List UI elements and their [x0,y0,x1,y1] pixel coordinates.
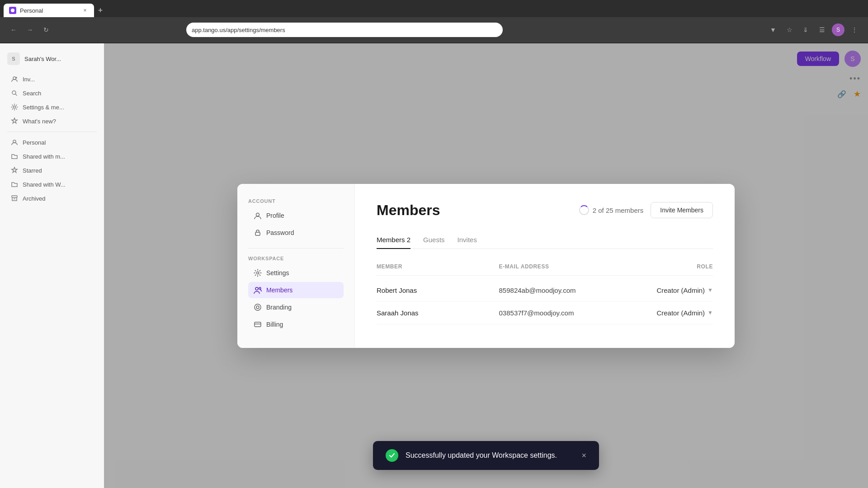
table-header: MEMBER E-MAIL ADDRESS ROLE [377,263,713,276]
member-name-1: Robert Jonas [377,286,499,294]
modal-nav-password[interactable]: Password [248,225,344,241]
member-role-2[interactable]: Creator (Admin) ▼ [621,309,713,317]
settings-label: Settings & me... [23,104,64,111]
modal-nav-settings[interactable]: Settings [248,265,344,281]
password-nav-label: Password [266,229,294,236]
workspace-name: Sarah's Wor... [24,56,61,62]
member-role-1[interactable]: Creator (Admin) ▼ [621,286,713,294]
shared-label: Shared with m... [23,153,65,160]
reload-btn[interactable]: ↻ [40,23,52,36]
tab-guests[interactable]: Guests [423,231,445,249]
folder-shared-icon [11,153,18,160]
invite-label: Inv... [23,76,35,83]
branding-nav-icon [254,303,262,311]
whats-new-icon [11,117,18,125]
address-bar[interactable]: app.tango.us/app/settings/members [186,23,503,37]
tab-bar: Personal × + [0,0,868,17]
svg-point-6 [256,213,259,216]
members-nav-label: Members [266,286,292,294]
download-icon[interactable]: ⇓ [799,23,812,36]
sidebar-whats-new-btn[interactable]: What's new? [4,114,100,128]
more-options-icon[interactable]: ⋮ [848,23,861,36]
role-chevron-icon-2: ▼ [708,310,713,316]
svg-point-12 [256,306,259,309]
account-section-label: ACCOUNT [248,198,344,204]
bookmark-icon[interactable]: ☆ [783,23,796,36]
sidebar-shared-btn[interactable]: Shared with m... [4,150,100,163]
browser-chrome: Personal × + ← → ↻ app.tango.us/app/sett… [0,0,868,43]
invite-icon [11,75,18,83]
members-table: MEMBER E-MAIL ADDRESS ROLE Robert Jonas … [377,263,713,324]
svg-point-10 [259,287,261,289]
settings-icon [11,103,18,111]
modal-nav-profile[interactable]: Profile [248,207,344,224]
sidebar-search-btn[interactable]: Search [4,86,100,100]
app-background: S Sarah's Wor... Inv... Search Settings … [0,43,868,488]
toast-notification: Successfully updated your Workspace sett… [373,441,599,470]
svg-point-4 [13,140,16,143]
svg-point-2 [12,91,16,94]
sidebar-settings-btn[interactable]: Settings & me... [4,100,100,114]
header-email: E-MAIL ADDRESS [499,263,622,270]
archived-icon [11,195,18,202]
shared-w-label: Shared with W... [23,181,66,188]
profile-nav-icon [254,211,262,220]
svg-point-1 [13,77,16,80]
tab-invites[interactable]: Invites [458,231,477,249]
member-email-1: 859824ab@moodjoy.com [499,286,622,294]
modal-nav-members[interactable]: Members [248,282,344,298]
settings-nav-icon [254,269,262,277]
invite-members-btn[interactable]: Invite Members [651,202,713,218]
extensions-icon[interactable]: ▼ [767,23,779,36]
workspace-section-label: WORKSPACE [248,256,344,261]
new-tab-btn[interactable]: + [94,4,107,17]
workspace-header[interactable]: S Sarah's Wor... [0,49,104,69]
active-tab[interactable]: Personal × [4,4,94,17]
branding-nav-label: Branding [266,304,292,311]
sidebar-shared-w-btn[interactable]: Shared with W... [4,178,100,191]
modal-nav-billing[interactable]: Billing [248,316,344,333]
header-role: ROLE [621,263,713,270]
modal-nav-branding[interactable]: Branding [248,299,344,315]
billing-nav-icon [254,320,262,328]
back-btn[interactable]: ← [7,23,20,36]
member-name-2: Saraah Jonas [377,309,499,317]
svg-rect-13 [255,322,261,327]
tab-title: Personal [20,7,78,14]
search-icon [11,89,18,97]
svg-rect-7 [255,232,260,235]
sidebar: S Sarah's Wor... Inv... Search Settings … [0,43,104,488]
loading-spinner [579,205,589,215]
search-label: Search [23,90,41,97]
member-email-2: 038537f7@moodjoy.com [499,309,622,317]
sidebar-archived-btn[interactable]: Archived [4,192,100,205]
main-content: Workflow S ••• 🔗 ★ ACCOUNT Profile [104,43,868,488]
profile-nav-label: Profile [266,212,284,219]
settings-modal: ACCOUNT Profile Password WORKSPACE Setti… [237,184,735,348]
forward-btn[interactable]: → [24,23,36,36]
sidebar-personal-btn[interactable]: Personal [4,136,100,149]
browser-avatar[interactable]: S [832,23,844,36]
address-text: app.tango.us/app/settings/members [192,27,285,33]
starred-label: Starred [23,167,42,174]
starred-icon [11,167,18,174]
svg-point-11 [255,304,261,310]
svg-point-0 [11,9,14,12]
profile-icon[interactable]: ☰ [816,23,828,36]
sidebar-invite-btn[interactable]: Inv... [4,72,100,86]
modal-tabs: Members 2 Guests Invites [377,231,713,249]
shared-w-icon [11,181,18,188]
tab-close-btn[interactable]: × [81,7,89,14]
toast-close-btn[interactable]: × [581,451,586,460]
nav-bar: ← → ↻ app.tango.us/app/settings/members … [0,17,868,42]
billing-nav-label: Billing [266,321,283,328]
sidebar-starred-btn[interactable]: Starred [4,164,100,177]
header-member: MEMBER [377,263,499,270]
sidebar-separator-1 [7,131,97,132]
table-row: Saraah Jonas 038537f7@moodjoy.com Creato… [377,302,713,324]
nav-icons: ▼ ☆ ⇓ ☰ S ⋮ [767,23,861,36]
whats-new-label: What's new? [23,118,56,125]
tab-members[interactable]: Members 2 [377,231,410,249]
member-count-badge: 2 of 25 members [579,205,644,215]
tab-favicon [9,7,16,14]
